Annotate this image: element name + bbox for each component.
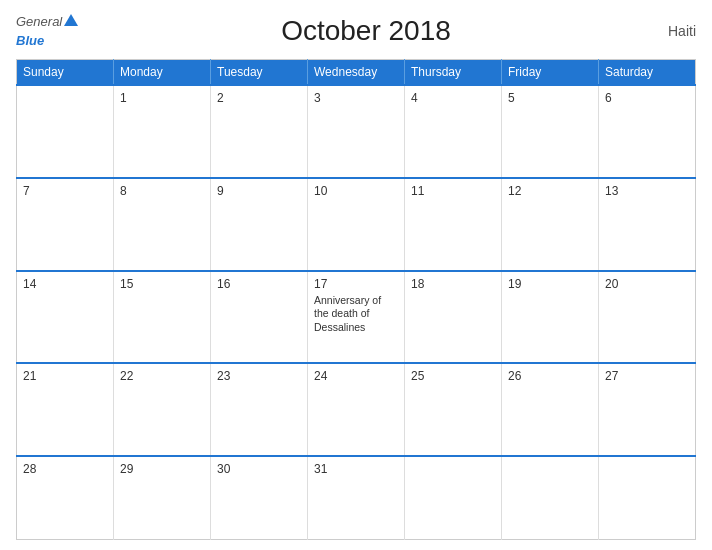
day-number: 5 — [508, 91, 592, 105]
calendar-cell: 21 — [17, 363, 114, 456]
day-number: 24 — [314, 369, 398, 383]
day-number: 3 — [314, 91, 398, 105]
calendar-cell: 16 — [211, 271, 308, 364]
day-number: 6 — [605, 91, 689, 105]
day-header-wednesday: Wednesday — [308, 59, 405, 85]
day-number: 21 — [23, 369, 107, 383]
calendar-cell: 13 — [599, 178, 696, 271]
day-number: 19 — [508, 277, 592, 291]
calendar-cell: 25 — [405, 363, 502, 456]
calendar-cell: 6 — [599, 85, 696, 178]
calendar-cell: 7 — [17, 178, 114, 271]
calendar-cell: 1 — [114, 85, 211, 178]
calendar-cell: 11 — [405, 178, 502, 271]
day-number: 10 — [314, 184, 398, 198]
calendar-cell: 24 — [308, 363, 405, 456]
day-number: 7 — [23, 184, 107, 198]
calendar-cell: 30 — [211, 456, 308, 539]
day-number: 28 — [23, 462, 107, 476]
day-header-saturday: Saturday — [599, 59, 696, 85]
logo-general-text: General — [16, 14, 62, 30]
day-number: 12 — [508, 184, 592, 198]
day-number: 2 — [217, 91, 301, 105]
logo: General Blue — [16, 14, 96, 49]
day-header-monday: Monday — [114, 59, 211, 85]
calendar-cell — [17, 85, 114, 178]
day-number: 11 — [411, 184, 495, 198]
calendar-cell: 14 — [17, 271, 114, 364]
calendar-cell: 18 — [405, 271, 502, 364]
day-number: 13 — [605, 184, 689, 198]
calendar-cell: 3 — [308, 85, 405, 178]
day-number: 27 — [605, 369, 689, 383]
day-number: 18 — [411, 277, 495, 291]
day-header-thursday: Thursday — [405, 59, 502, 85]
calendar-cell: 19 — [502, 271, 599, 364]
day-number: 8 — [120, 184, 204, 198]
week-row-0: 123456 — [17, 85, 696, 178]
calendar-cell — [502, 456, 599, 539]
calendar-cell: 9 — [211, 178, 308, 271]
calendar-cell: 5 — [502, 85, 599, 178]
calendar-cell — [405, 456, 502, 539]
day-number: 4 — [411, 91, 495, 105]
country-name: Haiti — [636, 23, 696, 39]
calendar-cell: 23 — [211, 363, 308, 456]
logo-blue-text: Blue — [16, 33, 44, 49]
calendar-cell: 22 — [114, 363, 211, 456]
day-number: 26 — [508, 369, 592, 383]
calendar-cell: 20 — [599, 271, 696, 364]
calendar-cell: 15 — [114, 271, 211, 364]
day-number: 14 — [23, 277, 107, 291]
calendar-cell: 8 — [114, 178, 211, 271]
calendar-cell: 17Anniversary of the death of Dessalines — [308, 271, 405, 364]
day-number: 31 — [314, 462, 398, 476]
calendar-cell: 31 — [308, 456, 405, 539]
calendar-cell: 26 — [502, 363, 599, 456]
calendar-cell: 29 — [114, 456, 211, 539]
day-header-friday: Friday — [502, 59, 599, 85]
calendar-cell: 2 — [211, 85, 308, 178]
day-number: 29 — [120, 462, 204, 476]
calendar-cell: 28 — [17, 456, 114, 539]
calendar-cell: 4 — [405, 85, 502, 178]
calendar-header-row: SundayMondayTuesdayWednesdayThursdayFrid… — [17, 59, 696, 85]
calendar-table: SundayMondayTuesdayWednesdayThursdayFrid… — [16, 59, 696, 540]
calendar-cell: 27 — [599, 363, 696, 456]
day-number: 1 — [120, 91, 204, 105]
week-row-1: 78910111213 — [17, 178, 696, 271]
day-number: 9 — [217, 184, 301, 198]
day-number: 20 — [605, 277, 689, 291]
month-title: October 2018 — [96, 15, 636, 47]
calendar-cell: 10 — [308, 178, 405, 271]
day-number: 30 — [217, 462, 301, 476]
day-header-tuesday: Tuesday — [211, 59, 308, 85]
day-number: 25 — [411, 369, 495, 383]
event-label: Anniversary of the death of Dessalines — [314, 294, 398, 335]
day-number: 23 — [217, 369, 301, 383]
day-number: 17 — [314, 277, 398, 291]
day-header-sunday: Sunday — [17, 59, 114, 85]
calendar-cell: 12 — [502, 178, 599, 271]
week-row-3: 21222324252627 — [17, 363, 696, 456]
day-number: 22 — [120, 369, 204, 383]
day-number: 15 — [120, 277, 204, 291]
logo-triangle-icon — [64, 14, 78, 26]
header: General Blue October 2018 Haiti — [16, 14, 696, 49]
calendar-page: General Blue October 2018 Haiti SundayMo… — [0, 0, 712, 550]
calendar-cell — [599, 456, 696, 539]
week-row-2: 14151617Anniversary of the death of Dess… — [17, 271, 696, 364]
week-row-4: 28293031 — [17, 456, 696, 539]
day-number: 16 — [217, 277, 301, 291]
